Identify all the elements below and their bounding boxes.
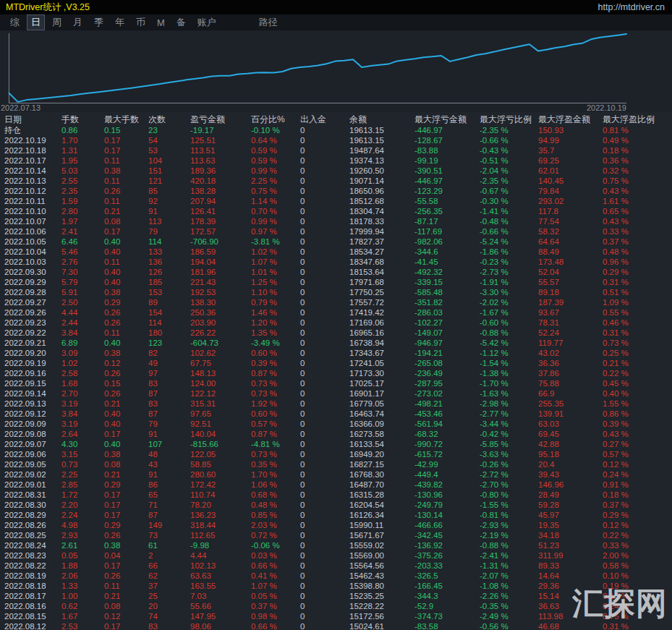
menu-item-季[interactable]: 季: [90, 15, 107, 30]
table-row[interactable]: 2022.10.111.590.1192207.941.14 %018512.6…: [0, 196, 672, 206]
table-row[interactable]: 2022.09.142.700.2687122.120.73 %016901.1…: [0, 388, 672, 399]
site-url-link[interactable]: http://mtdriver.cn: [598, 2, 665, 12]
menu-item-周[interactable]: 周: [48, 15, 65, 30]
table-row[interactable]: 2022.09.162.580.2697148.130.87 %017173.3…: [0, 368, 672, 378]
table-row[interactable]: 2022.10.056.460.40114-706.90-3.81 %01782…: [0, 237, 672, 247]
cell-max-lots: 0.40: [104, 277, 148, 287]
cell-max-float-loss: -326.5: [414, 571, 480, 581]
cell-pnl: -604.73: [190, 338, 251, 348]
cell-max-float-loss-pct: -0.66 %: [480, 135, 538, 145]
table-row[interactable]: 2022.10.171.950.11104113.630.59 %019374.…: [0, 156, 672, 166]
cell-max-float-loss: -128.67: [414, 135, 480, 145]
cell-max-float-loss-pct: -0.35 %: [480, 601, 538, 611]
table-row[interactable]: 2022.09.050.730.084358.850.35 %016827.15…: [0, 459, 672, 469]
table-row[interactable]: 2022.09.264.440.26154250.361.46 %017419.…: [0, 307, 672, 318]
table-row[interactable]: 2022.09.307.300.40126181.961.01 %018153.…: [0, 267, 672, 277]
table-row[interactable]: 2022.10.132.550.11121420.182.25 %019071.…: [0, 176, 672, 186]
menu-item-账户[interactable]: 账户: [194, 15, 220, 30]
cell-pct: 2.03 %: [251, 520, 300, 530]
cell-balance: 16965.16: [349, 328, 414, 338]
table-row[interactable]: 2022.08.151.670.1274147.950.98 %015172.5…: [0, 611, 672, 621]
table-row[interactable]: 2022.10.191.700.1754125.510.64 %019613.1…: [0, 135, 672, 145]
table-row[interactable]: 2022.09.012.850.2986172.421.06 %016487.7…: [0, 480, 672, 490]
table-row[interactable]: 2022.08.311.720.1765110.740.68 %016315.2…: [0, 490, 672, 500]
menu-item-年[interactable]: 年: [111, 15, 128, 30]
table-row[interactable]: 2022.08.122.530.178398.060.66 %015024.61…: [0, 621, 672, 630]
table-row[interactable]: 2022.09.074.300.40107-815.66-4.81 %01613…: [0, 439, 672, 449]
table-row[interactable]: 2022.09.285.910.38153192.531.10 %017750.…: [0, 287, 672, 297]
cell-max-float-loss: -194.21: [414, 348, 480, 358]
cell-trades: 185: [148, 277, 190, 287]
table-row[interactable]: 2022.09.203.090.3882102.620.60 %017343.6…: [0, 348, 672, 358]
table-row[interactable]: 2022.08.264.980.29149318.442.03 %015990.…: [0, 520, 672, 530]
table-row[interactable]: 2022.10.181.310.1753113.510.59 %019487.6…: [0, 145, 672, 156]
table-row[interactable]: 持仓0.860.1523-19.17-0.10 %019613.15-446.9…: [0, 125, 672, 135]
table-row[interactable]: 2022.08.302.200.177178.200.48 %016204.54…: [0, 500, 672, 510]
table-row[interactable]: 2022.09.133.190.2183315.311.92 %016779.0…: [0, 399, 672, 409]
cell-trades: 62: [148, 571, 190, 581]
cell-max-float-loss: -99.19: [414, 156, 480, 166]
cell-balance: 16204.54: [349, 500, 414, 510]
cell-max-float-profit: 51.23: [538, 540, 603, 550]
cell-date: 2022.10.17: [4, 156, 61, 166]
cell-balance: 16779.05: [349, 399, 414, 409]
cell-date: 2022.08.29: [4, 510, 61, 520]
table-row[interactable]: 2022.09.272.500.2989138.300.79 %017557.7…: [0, 297, 672, 307]
cell-trades: 153: [148, 287, 190, 297]
cell-pct: 0.60 %: [251, 409, 300, 419]
cell-trades: 54: [148, 135, 190, 145]
table-row[interactable]: 2022.09.216.890.40123-604.73-3.49 %01673…: [0, 338, 672, 348]
table-row[interactable]: 2022.09.082.640.1791140.040.87 %016273.5…: [0, 429, 672, 439]
table-row[interactable]: 2022.08.221.880.1766102.130.66 %015564.5…: [0, 561, 672, 571]
table-row[interactable]: 2022.10.032.760.11136194.041.07 %018347.…: [0, 257, 672, 267]
cell-max-float-loss-pct: -2.07 %: [480, 571, 538, 581]
cell-max-float-loss-pct: -2.73 %: [480, 267, 538, 277]
cell-pnl: 194.04: [190, 257, 251, 267]
cell-trades: 2: [148, 550, 190, 561]
menu-item-M[interactable]: M: [153, 17, 169, 29]
cell-deposit: 0: [300, 206, 349, 216]
cell-max-float-profit-pct: 0.33 %: [603, 540, 672, 550]
cell-pct: 0.60 %: [251, 348, 300, 358]
table-row[interactable]: 2022.09.232.440.26114203.901.20 %017169.…: [0, 318, 672, 328]
table-row[interactable]: 2022.09.022.250.2191280.601.70 %016768.3…: [0, 469, 672, 480]
cell-lots: 1.97: [61, 216, 104, 226]
table-row[interactable]: 2022.09.223.840.11180226.221.35 %016965.…: [0, 328, 672, 338]
cell-deposit: 0: [300, 297, 349, 307]
table-row[interactable]: 2022.09.123.840.408797.650.60 %016463.74…: [0, 409, 672, 419]
table-row[interactable]: 2022.08.230.050.0424.440.03 %015569.00-3…: [0, 550, 672, 561]
table-row[interactable]: 2022.10.062.410.1779172.570.97 %017999.9…: [0, 226, 672, 237]
cell-balance: 16768.30: [349, 469, 414, 480]
menu-item-月[interactable]: 月: [69, 15, 86, 30]
table-row[interactable]: 2022.08.171.000.21257.030.05 %015235.25-…: [0, 591, 672, 601]
table-row[interactable]: 2022.10.102.800.2191126.410.70 %018304.7…: [0, 206, 672, 216]
table-row[interactable]: 2022.10.145.030.38151189.360.99 %019260.…: [0, 166, 672, 176]
table-row[interactable]: 2022.10.122.350.2685138.280.75 %018650.9…: [0, 186, 672, 196]
table-row[interactable]: 2022.08.292.240.1787136.230.85 %016126.3…: [0, 510, 672, 520]
menu-item-日[interactable]: 日: [27, 15, 44, 30]
table-row[interactable]: 2022.09.191.020.124967.750.39 %017241.05…: [0, 358, 672, 368]
cell-pnl: 221.43: [190, 277, 251, 287]
cell-max-float-loss: -446.97: [414, 176, 480, 186]
menu-item-币[interactable]: 币: [132, 15, 149, 30]
table-row[interactable]: 2022.08.192.060.266263.630.41 %015462.43…: [0, 571, 672, 581]
table-row[interactable]: 2022.09.063.150.3848122.050.73 %016949.2…: [0, 449, 672, 459]
cell-trades: 48: [148, 449, 190, 459]
table-row[interactable]: 2022.09.151.680.1583124.000.73 %017025.1…: [0, 378, 672, 388]
cell-lots: 1.70: [61, 135, 104, 145]
table-row[interactable]: 2022.09.093.190.407992.510.57 %016366.09…: [0, 419, 672, 429]
table-row[interactable]: 2022.08.242.610.3861-9.98-0.06 %015559.0…: [0, 540, 672, 550]
cell-deposit: 0: [300, 540, 349, 550]
table-row[interactable]: 2022.08.160.620.082055.660.37 %015228.22…: [0, 601, 672, 611]
menu-item-备[interactable]: 备: [173, 15, 190, 30]
table-row[interactable]: 2022.09.295.790.40185221.431.25 %017971.…: [0, 277, 672, 287]
menu-item-路径[interactable]: 路径: [255, 15, 281, 30]
cell-max-float-profit-pct: 0.43 %: [603, 186, 672, 196]
table-row[interactable]: 2022.10.071.970.08113178.390.99 %018178.…: [0, 216, 672, 226]
table-row[interactable]: 2022.08.181.330.1137163.551.07 %015398.8…: [0, 581, 672, 591]
cell-trades: 87: [148, 409, 190, 419]
menu-item-综[interactable]: 综: [7, 15, 23, 30]
table-row[interactable]: 2022.10.045.460.40133186.591.02 %018534.…: [0, 247, 672, 257]
cell-max-float-loss-pct: -0.56 %: [480, 621, 538, 630]
table-row[interactable]: 2022.08.252.930.2673112.650.72 %015671.6…: [0, 530, 672, 540]
